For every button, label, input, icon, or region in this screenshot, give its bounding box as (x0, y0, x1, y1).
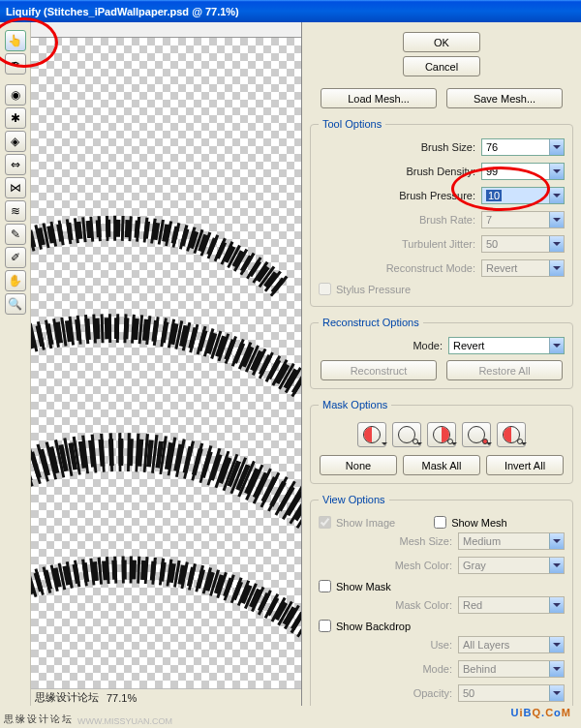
status-site: 思缘设计论坛 (35, 690, 99, 705)
load-mesh-button[interactable]: Load Mesh... (321, 88, 437, 108)
tool-palette: 👆 ✒ ◉ ✱ ◈ ⇔ ⋈ ≋ ✎ ✐ ✋ 🔍 (0, 22, 31, 706)
mask-none-button[interactable]: None (320, 455, 397, 475)
mask-subtract-icon[interactable] (427, 422, 456, 447)
tool-options-group: Tool Options Brush Size: 76 Brush Densit… (310, 118, 573, 307)
tool-thaw-mask[interactable]: ✐ (5, 247, 26, 268)
mask-legend: Mask Options (319, 399, 391, 410)
zoom-level[interactable]: 77.1% (107, 692, 137, 704)
reconstruct-mode-label: Reconstruct Mode: (319, 262, 475, 274)
view-options-group: View Options Show Image Show Mesh Mesh S… (310, 494, 573, 706)
canvas-area: 思缘设计论坛 77.1% (31, 22, 302, 706)
document-canvas[interactable] (31, 38, 301, 688)
tool-options-legend: Tool Options (319, 118, 385, 130)
save-mesh-button[interactable]: Save Mesh... (446, 88, 563, 108)
tool-bloat[interactable]: ◈ (5, 131, 26, 152)
mesh-size-select: Medium (458, 532, 565, 550)
view-legend: View Options (319, 494, 389, 505)
tool-zoom[interactable]: 🔍 (5, 293, 26, 315)
backdrop-use-label: Use: (319, 639, 452, 651)
brush-density-select[interactable]: 99 (481, 163, 565, 180)
show-mesh-checkbox[interactable]: Show Mesh (434, 516, 506, 529)
options-panel: OK Cancel Load Mesh... Save Mesh... Tool… (302, 22, 581, 706)
backdrop-opacity-label: Opacity: (319, 687, 452, 699)
backdrop-use-select: All Layers (458, 636, 565, 653)
backdrop-mode-label: Mode: (319, 663, 452, 675)
status-bar: 思缘设计论坛 77.1% (31, 688, 301, 706)
tool-forward-warp[interactable]: 👆 (5, 30, 26, 51)
stylus-pressure-checkbox: Stylus Pressure (319, 283, 565, 295)
window-title: Liquify (Stitches_iPadWallpaper.psd @ 77… (6, 6, 239, 17)
tool-freeze-mask[interactable]: ✎ (5, 224, 26, 245)
brush-rate-select: 7 (481, 211, 565, 228)
mask-options-group: Mask Options None Mask All Invert All (310, 399, 573, 484)
brush-density-label: Brush Density: (319, 166, 475, 177)
invert-all-button[interactable]: Invert All (486, 455, 564, 475)
footer-site: 思缘设计论坛 (4, 713, 74, 726)
reconstruct-options-group: Reconstruct Options Mode: Revert Reconst… (310, 317, 573, 389)
tool-push-left[interactable]: ⇔ (5, 154, 26, 175)
backdrop-mode-select: Behind (458, 660, 565, 678)
mask-replace-icon[interactable] (357, 422, 386, 447)
brush-rate-label: Brush Rate: (319, 214, 475, 226)
mask-add-icon[interactable] (392, 422, 421, 447)
stitches-artwork (31, 38, 301, 688)
tool-twirl[interactable]: ◉ (5, 84, 26, 106)
footer-url: WWW.MISSYUAN.COM (77, 716, 172, 726)
tool-reconstruct[interactable]: ✒ (5, 53, 26, 75)
mode-label: Mode: (319, 340, 443, 351)
mask-all-button[interactable]: Mask All (403, 455, 480, 475)
reconstruct-button: Reconstruct (321, 360, 437, 380)
show-mask-checkbox[interactable]: Show Mask (319, 580, 565, 592)
mesh-color-select: Gray (458, 557, 565, 574)
mask-invert-icon[interactable] (497, 422, 526, 447)
mesh-size-label: Mesh Size: (319, 535, 452, 547)
show-image-checkbox: Show Image (319, 516, 395, 529)
tool-turbulence[interactable]: ≋ (5, 200, 26, 222)
ruler-horizontal (31, 22, 301, 38)
show-backdrop-checkbox[interactable]: Show Backdrop (319, 620, 565, 632)
reconstruct-mode-select: Revert (481, 259, 565, 277)
reconstruct-legend: Reconstruct Options (319, 317, 423, 328)
restore-all-button: Restore All (446, 360, 563, 380)
brush-size-label: Brush Size: (319, 141, 475, 153)
turbulent-jitter-label: Turbulent Jitter: (319, 238, 475, 250)
watermark: UiBQ.CoM (511, 697, 571, 722)
mesh-color-label: Mesh Color: (319, 560, 452, 571)
tool-pucker[interactable]: ✱ (5, 107, 26, 129)
mask-color-label: Mask Color: (319, 599, 452, 611)
mask-color-select: Red (458, 596, 565, 614)
tool-hand[interactable]: ✋ (5, 270, 26, 291)
ok-button[interactable]: OK (403, 32, 480, 52)
title-bar: Liquify (Stitches_iPadWallpaper.psd @ 77… (0, 0, 581, 22)
brush-size-select[interactable]: 76 (481, 138, 565, 156)
reconstruct-mode-dropdown[interactable]: Revert (448, 337, 565, 354)
mask-intersect-icon[interactable] (462, 422, 491, 447)
brush-pressure-select[interactable]: 10 (481, 187, 565, 204)
cancel-button[interactable]: Cancel (403, 56, 480, 76)
tool-mirror[interactable]: ⋈ (5, 177, 26, 198)
turbulent-jitter-select: 50 (481, 235, 565, 253)
brush-pressure-label: Brush Pressure: (319, 190, 475, 201)
